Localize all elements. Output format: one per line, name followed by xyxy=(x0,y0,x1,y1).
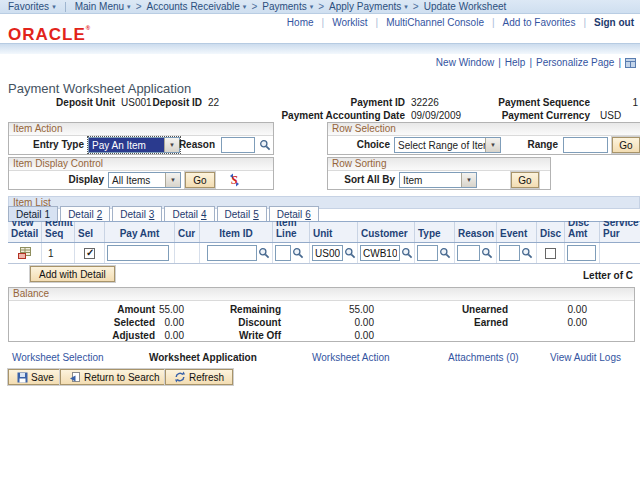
disc-amt-input[interactable] xyxy=(567,245,596,261)
tab-detail-4[interactable]: Detail4 xyxy=(164,206,214,221)
item-line-input[interactable] xyxy=(275,245,291,261)
tab-detail-1[interactable]: Detail1 xyxy=(8,206,58,221)
col-reason: Reason xyxy=(455,222,497,242)
choice-label: Choice xyxy=(328,139,390,150)
range-label: Range xyxy=(502,139,558,150)
add-with-detail-button[interactable]: Add with Detail xyxy=(30,266,115,282)
link-view-audit-logs[interactable]: View Audit Logs xyxy=(550,352,621,363)
payment-accounting-date-label: Payment Accounting Date xyxy=(260,110,405,121)
tab-detail-5[interactable]: Detail5 xyxy=(217,206,267,221)
type-cell xyxy=(415,243,455,263)
range-input[interactable] xyxy=(563,137,608,153)
disc-checkbox[interactable] xyxy=(545,248,556,259)
deposit-id-value: 22 xyxy=(208,97,219,108)
unearned-value: 0.00 xyxy=(519,304,587,315)
menu-arrow-icon: ▾ xyxy=(52,3,56,11)
unit-cell xyxy=(310,243,358,263)
link-attachments[interactable]: Attachments (0) xyxy=(448,352,519,363)
breadcrumb-main-menu[interactable]: Main Menu▾ xyxy=(75,1,131,12)
breadcrumb-separator: > xyxy=(318,1,324,12)
link-home[interactable]: Home xyxy=(287,17,314,28)
display-label: Display xyxy=(9,174,104,185)
link-worksheet-selection[interactable]: Worksheet Selection xyxy=(12,352,104,363)
item-id-lookup-icon[interactable] xyxy=(258,247,270,259)
pay-amt-input[interactable] xyxy=(107,245,169,261)
breadcrumb-accounts-receivable[interactable]: Accounts Receivable▾ xyxy=(146,1,246,12)
event-lookup-icon[interactable] xyxy=(521,247,533,259)
display-select[interactable]: All Items▼ xyxy=(108,172,181,188)
payment-currency-value: USD xyxy=(600,110,621,121)
link-worksheet-action[interactable]: Worksheet Action xyxy=(312,352,390,363)
tab-detail-3[interactable]: Detail3 xyxy=(112,206,162,221)
customer-input[interactable] xyxy=(360,245,400,261)
link-add-to-favorites[interactable]: Add to Favorites xyxy=(503,17,576,28)
item-list-tabs: Detail1 Detail2 Detail3 Detail4 Detail5 … xyxy=(8,206,319,221)
link-multichannel-console[interactable]: MultiChannel Console xyxy=(386,17,484,28)
tab-detail-2[interactable]: Detail2 xyxy=(60,206,110,221)
link-new-window[interactable]: New Window xyxy=(436,57,494,68)
event-cell xyxy=(497,243,537,263)
col-disc: Disc xyxy=(537,222,565,242)
display-go-button[interactable]: Go xyxy=(185,172,215,188)
reason-input[interactable] xyxy=(221,137,255,153)
selected-value: 0.00 xyxy=(119,317,184,328)
save-button[interactable]: Save xyxy=(8,369,63,385)
customer-cell xyxy=(358,243,415,263)
sel-checkbox[interactable] xyxy=(84,248,95,259)
unit-input[interactable] xyxy=(312,245,343,261)
type-lookup-icon[interactable] xyxy=(439,247,451,259)
breadcrumb-payments[interactable]: Payments▾ xyxy=(262,1,313,12)
header-links: Home | Worklist | MultiChannel Console |… xyxy=(287,16,634,28)
entry-type-label: Entry Type xyxy=(9,139,84,150)
deposit-unit-label: Deposit Unit xyxy=(8,97,115,108)
personalize-layout-icon[interactable] xyxy=(625,58,636,68)
payment-accounting-date-value: 09/09/2009 xyxy=(411,110,461,121)
earned-value: 0.00 xyxy=(519,317,587,328)
item-id-cell xyxy=(200,243,273,263)
balance-groupbox: Balance Amount 55.00 Remaining 55.00 Une… xyxy=(8,287,635,342)
breadcrumb-favorites[interactable]: Favorites▾ xyxy=(8,1,56,12)
breadcrumb-apply-payments[interactable]: Apply Payments▾ xyxy=(329,1,408,12)
return-to-search-button[interactable]: Return to Search xyxy=(60,369,169,385)
tab-detail-6[interactable]: Detail6 xyxy=(269,206,319,221)
breadcrumb-separator: > xyxy=(413,1,419,12)
item-display-control-title: Item Display Control xyxy=(9,158,273,171)
type-input[interactable] xyxy=(417,245,438,261)
col-service-pur: Service Pur xyxy=(600,222,640,242)
sort-go-button[interactable]: Go xyxy=(511,172,539,188)
deposit-id-label: Deposit ID xyxy=(150,97,202,108)
row-reason-lookup-icon[interactable] xyxy=(481,247,493,259)
service-pur-cell xyxy=(600,243,640,263)
refresh-button[interactable]: Refresh xyxy=(165,369,233,385)
view-detail-icon[interactable] xyxy=(17,246,32,260)
grid-header-row: View Detail Remit Seq Sel Pay Amt Cur It… xyxy=(8,221,640,243)
col-customer: Customer xyxy=(358,222,415,242)
unearned-label: Unearned xyxy=(399,304,508,315)
breadcrumb-update-worksheet[interactable]: Update Worksheet xyxy=(424,1,507,12)
link-sign-out[interactable]: Sign out xyxy=(594,17,634,28)
item-action-groupbox: Item Action Entry Type Pay An Item▼ Reas… xyxy=(8,122,274,155)
link-help[interactable]: Help xyxy=(505,57,526,68)
link-personalize-page[interactable]: Personalize Page xyxy=(536,57,614,68)
earned-label: Earned xyxy=(399,317,508,328)
letter-of-credit-label: Letter of C xyxy=(583,270,633,281)
item-line-lookup-icon[interactable] xyxy=(292,247,304,259)
balance-title: Balance xyxy=(9,288,634,301)
sort-all-by-select[interactable]: Item▼ xyxy=(399,172,477,188)
row-reason-input[interactable] xyxy=(457,245,480,261)
write-off-label: Write Off xyxy=(179,330,281,341)
item-id-input[interactable] xyxy=(207,245,257,261)
currency-conversion-icon[interactable]: S xyxy=(228,173,241,187)
range-go-button[interactable]: Go xyxy=(612,137,640,153)
link-worklist[interactable]: Worklist xyxy=(332,17,367,28)
choice-select[interactable]: Select Range of Items▼ xyxy=(394,137,501,153)
unit-lookup-icon[interactable] xyxy=(344,247,356,259)
breadcrumb-separator: > xyxy=(136,1,142,12)
reason-lookup-icon[interactable] xyxy=(259,139,271,151)
remaining-value: 55.00 xyxy=(299,304,374,315)
event-input[interactable] xyxy=(499,245,520,261)
payment-currency-label: Payment Currency xyxy=(480,110,590,121)
customer-lookup-icon[interactable] xyxy=(401,247,413,259)
menu-arrow-icon: ▾ xyxy=(127,3,131,11)
chevron-down-icon: ▼ xyxy=(461,173,476,187)
